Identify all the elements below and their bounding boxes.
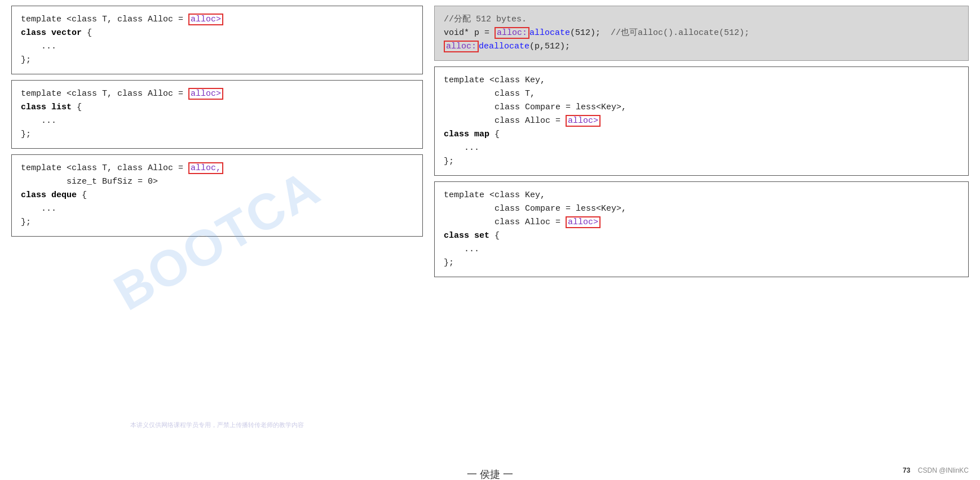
list-line4: }; (21, 128, 413, 141)
left-column: template <class T, class Alloc = alloc> … (11, 6, 423, 474)
list-line2: class list { (21, 101, 413, 114)
set-line3: class Alloc = alloc> (444, 216, 959, 229)
gray-line3: alloc:deallocate(p,512); (444, 40, 959, 54)
page-number: 73 (903, 466, 910, 474)
code-box-list: template <class T, class Alloc = alloc> … (11, 80, 423, 149)
deque-line1: template <class T, class Alloc = alloc, (21, 162, 413, 175)
map-line7: }; (444, 155, 959, 168)
set-line5: ... (444, 243, 959, 256)
set-line2: class Compare = less<Key>, (444, 202, 959, 216)
code-box-vector: template <class T, class Alloc = alloc> … (11, 6, 423, 74)
alloc-highlight-vector: alloc> (188, 14, 223, 25)
alloc-highlight-map: alloc> (566, 115, 601, 127)
code-box-deque: template <class T, class Alloc = alloc, … (11, 154, 423, 237)
deque-line5: }; (21, 216, 413, 229)
map-line4: class Alloc = alloc> (444, 114, 959, 128)
list-line3: ... (21, 114, 413, 128)
gray-line2: void* p = alloc:allocate(512); //也可alloc… (444, 26, 959, 40)
alloc-highlight-gray2: alloc: (444, 41, 479, 52)
vector-line1: template <class T, class Alloc = alloc> (21, 13, 413, 26)
main-container: template <class T, class Alloc = alloc> … (0, 0, 980, 480)
code-box-set: template <class Key, class Compare = les… (434, 181, 969, 277)
map-line1: template <class Key, (444, 74, 959, 87)
vector-line4: }; (21, 54, 413, 67)
alloc-highlight-gray1: alloc: (495, 27, 529, 39)
right-column: //分配 512 bytes. void* p = alloc:allocate… (434, 6, 969, 474)
alloc-highlight-list: alloc> (188, 88, 223, 100)
vector-line3: ... (21, 40, 413, 54)
map-line6: ... (444, 141, 959, 155)
map-line5: class map { (444, 128, 959, 141)
footer-center-text: 一 侯捷 一 (467, 468, 513, 480)
vector-line2: class vector { (21, 26, 413, 40)
map-line2: class T, (444, 87, 959, 101)
alloc-highlight-deque: alloc, (188, 162, 223, 174)
list-line1: template <class T, class Alloc = alloc> (21, 87, 413, 101)
alloc-highlight-set: alloc> (566, 216, 601, 228)
deque-line3: class deque { (21, 189, 413, 202)
set-line6: }; (444, 256, 959, 270)
deque-line4: ... (21, 202, 413, 216)
code-box-map: template <class Key, class T, class Comp… (434, 66, 969, 176)
set-line4: class set { (444, 229, 959, 243)
deque-line2: size_t BufSiz = 0> (21, 175, 413, 189)
set-line1: template <class Key, (444, 189, 959, 202)
map-line3: class Compare = less<Key>, (444, 101, 959, 114)
footer-right-text: 73 CSDN @INlinKC (903, 466, 969, 474)
code-box-gray: //分配 512 bytes. void* p = alloc:allocate… (434, 6, 969, 61)
footer-attribution: CSDN @INlinKC (918, 466, 969, 474)
watermark-small: 本讲义仅供网络课程学员专用，严禁上传播转传老师的教学内容 (130, 421, 304, 429)
gray-line1: //分配 512 bytes. (444, 13, 959, 26)
